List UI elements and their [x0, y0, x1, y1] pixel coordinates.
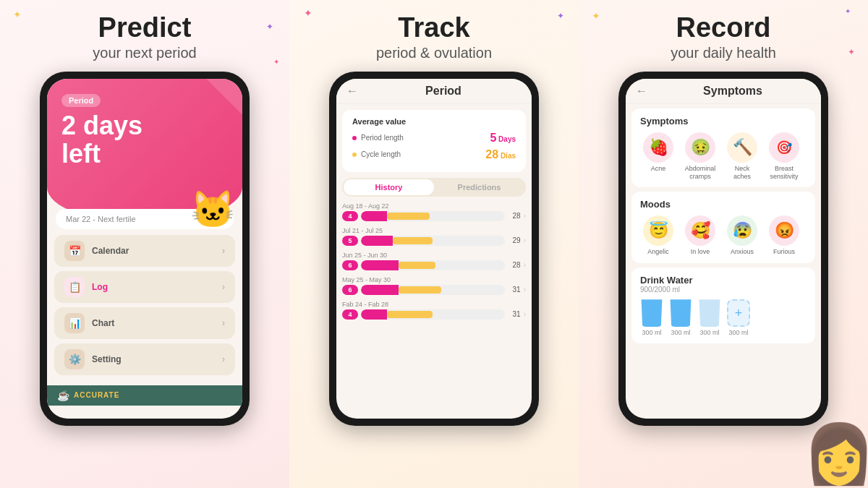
angelic-label: Angelic: [647, 248, 669, 256]
cycle-num-2: 29: [508, 236, 521, 244]
moods-icons-row: 😇 Angelic 🥰 In love 😰 Anxious 😡 Furious: [640, 215, 807, 256]
row-chevron-1-icon: ›: [524, 212, 526, 220]
chevron-right-setting-icon: ›: [222, 354, 225, 364]
furious-icon-circle: 😡: [769, 215, 799, 246]
star-icon-6: ✦: [592, 10, 600, 22]
history-row-5: Fab 24 - Fab 28 4 31 ›: [342, 301, 526, 320]
period-days-badge-1: 4: [342, 211, 358, 221]
symptom-breast[interactable]: 🎯 Breastsensitivity: [766, 132, 802, 181]
period-days-badge-4: 6: [342, 285, 358, 295]
tab-history[interactable]: History: [344, 179, 434, 195]
period-fill-2: [361, 236, 393, 246]
panel-track-title: Track: [398, 13, 469, 43]
period-length-number: 5: [490, 132, 496, 144]
history-bar-row-4: 6 31 ›: [342, 285, 526, 295]
cycle-dot-icon: [352, 153, 357, 157]
add-water-icon[interactable]: +: [727, 299, 750, 327]
accurate-icon: ☕: [57, 390, 69, 401]
period-header: Period 2 days left 🐱: [47, 79, 242, 223]
history-bar-row-2: 5 29 ›: [342, 236, 526, 246]
period-length-unit: Days: [498, 135, 516, 143]
breast-label: Breastsensitivity: [770, 165, 798, 181]
mood-furious[interactable]: 😡 Furious: [766, 215, 802, 256]
symptom-cramps[interactable]: 🤢 Abdominalcramps: [682, 132, 718, 181]
cup-1[interactable]: 300 ml: [640, 299, 663, 336]
symptoms-title-header: Symptoms: [655, 85, 811, 98]
nav-log-label: Log: [92, 282, 108, 292]
nav-log[interactable]: 📋 Log ›: [54, 271, 235, 303]
panel-record-subtitle: your daily health: [671, 45, 776, 61]
cycle-length-unit: Dias: [501, 152, 516, 160]
symptom-acne[interactable]: 🍓 Acne: [640, 132, 676, 181]
average-value-card: Average value Period length 5 Days Cycle…: [342, 110, 526, 172]
mood-inlove[interactable]: 🥰 In love: [682, 215, 718, 256]
days-line2: left: [61, 140, 228, 168]
period-bar-4: [361, 285, 505, 295]
period-bar-1: [361, 211, 505, 221]
chevron-right-log-icon: ›: [222, 282, 225, 292]
cycle-num-4: 31: [508, 286, 521, 294]
star-icon-2: ✦: [266, 22, 273, 32]
water-subtitle: 900/2000 ml: [640, 286, 807, 294]
cramps-label: Abdominalcramps: [685, 165, 716, 181]
panel-predict-subtitle: your next period: [93, 45, 196, 61]
period-tracker-title: Period: [365, 85, 522, 98]
back-arrow-record-icon[interactable]: ←: [636, 85, 647, 98]
anxious-icon-circle: 😰: [727, 215, 757, 246]
cup-3[interactable]: 300 ml: [698, 299, 721, 336]
cup-2[interactable]: 300 ml: [669, 299, 692, 336]
nav-setting-label: Setting: [92, 354, 122, 364]
phone-screen-track: ← Period Average value Period length 5 D…: [336, 79, 532, 419]
period-badge: Period: [61, 94, 101, 107]
chart-icon: 📊: [64, 313, 85, 333]
row-chevron-3-icon: ›: [524, 261, 526, 269]
row-chevron-4-icon: ›: [524, 286, 526, 294]
nav-setting[interactable]: ⚙️ Setting ›: [54, 343, 235, 375]
cycle-length-stat: Cycle length 28 Dias: [352, 148, 516, 161]
symptom-neck[interactable]: 🔨 Neckaches: [724, 132, 760, 181]
row-chevron-2-icon: ›: [524, 236, 526, 244]
back-arrow-icon[interactable]: ←: [346, 85, 358, 98]
inlove-label: In love: [691, 248, 710, 256]
cycle-marker-5: [387, 311, 433, 318]
period-days-badge-3: 6: [342, 260, 358, 270]
panel-predict: ✦ ✦ ✦ Predict your next period Period 2 …: [0, 0, 289, 488]
mood-anxious[interactable]: 😰 Anxious: [724, 215, 760, 256]
history-date-3: Jun 25 - Jun 30: [342, 252, 526, 259]
neck-label: Neckaches: [733, 165, 751, 181]
period-length-value: 5 Days: [490, 132, 516, 145]
breast-icon-circle: 🎯: [769, 132, 799, 163]
girl-decoration: 👩: [803, 420, 868, 488]
panel-predict-title: Predict: [98, 13, 192, 43]
star-icon-4: ✦: [304, 7, 312, 19]
period-length-label: Period length: [361, 134, 404, 142]
nav-calendar[interactable]: 📅 Calendar ›: [54, 235, 235, 267]
phone-screen-predict: Period 2 days left 🐱 Mar 22 - Next ferti…: [47, 79, 242, 419]
furious-label: Furious: [773, 248, 795, 256]
acne-label: Acne: [651, 165, 666, 173]
water-title: Drink Water: [640, 275, 807, 286]
period-bar-5: [361, 309, 505, 320]
moods-section-title: Moods: [640, 199, 807, 210]
star-icon-8: ✦: [848, 47, 855, 57]
nav-chart[interactable]: 📊 Chart ›: [54, 307, 235, 339]
history-row-3: Jun 25 - Jun 30 6 28 ›: [342, 252, 526, 270]
history-date-2: Jul 21 - Jul 25: [342, 227, 526, 234]
tab-predictions[interactable]: Predictions: [434, 179, 524, 195]
nav-menu: 📅 Calendar › 📋 Log › 📊 Chart › ⚙️ Settin…: [47, 229, 242, 385]
cup-4[interactable]: + 300 ml: [727, 299, 750, 336]
cup-label-4: 300 ml: [728, 329, 748, 336]
inlove-icon-circle: 🥰: [685, 215, 715, 246]
mood-angelic[interactable]: 😇 Angelic: [640, 215, 676, 256]
history-row-4: May 25 - May 30 6 31 ›: [342, 276, 526, 295]
cat-mascot: 🐱: [190, 189, 235, 231]
symptoms-icons-row: 🍓 Acne 🤢 Abdominalcramps 🔨 Neckaches 🎯 B…: [640, 132, 807, 181]
star-icon-7: ✦: [845, 7, 851, 15]
cycle-marker-3: [399, 262, 436, 269]
period-days-badge-5: 4: [342, 309, 358, 320]
chevron-right-icon: ›: [222, 246, 225, 256]
period-fill-4: [361, 285, 399, 295]
nav-calendar-label: Calendar: [92, 246, 129, 256]
cup-shape-2: [669, 299, 692, 327]
cramps-icon-circle: 🤢: [685, 132, 715, 163]
